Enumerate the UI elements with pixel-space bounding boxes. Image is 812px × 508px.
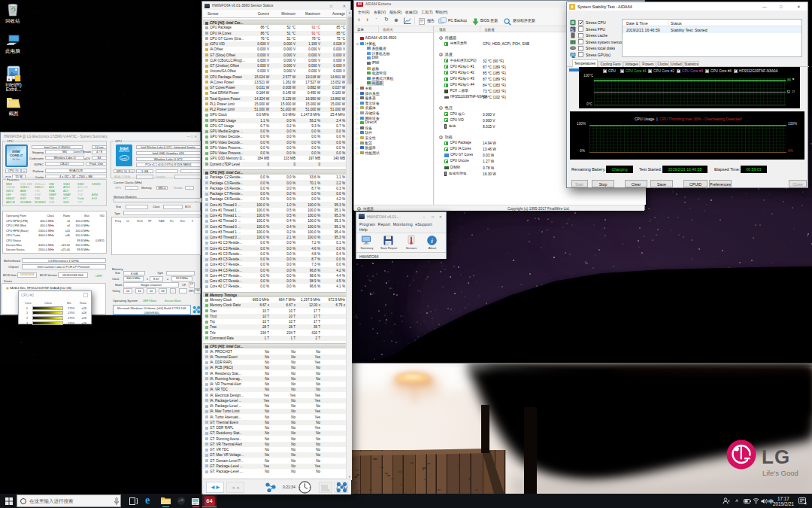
svg-text:Life's Good: Life's Good xyxy=(762,469,798,477)
svg-text:S: S xyxy=(571,27,574,32)
svg-text:LG: LG xyxy=(762,446,790,468)
